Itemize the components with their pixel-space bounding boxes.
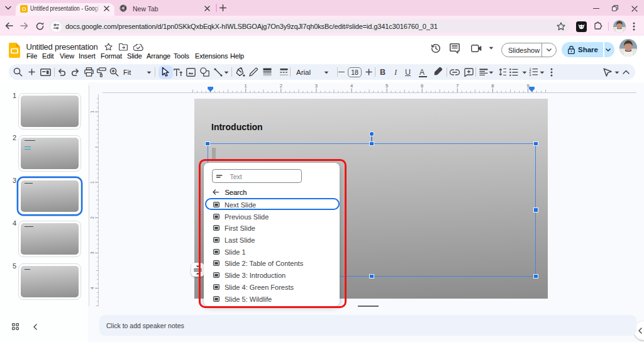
svg-text:4: 4	[350, 83, 353, 89]
svg-text:9: 9	[526, 83, 529, 89]
svg-text:3: 3	[91, 251, 95, 254]
svg-text:3: 3	[315, 83, 318, 89]
svg-text:8: 8	[491, 83, 494, 89]
svg-text:1: 1	[91, 111, 95, 113]
svg-text:2: 2	[280, 83, 282, 89]
svg-text:7: 7	[456, 83, 458, 89]
svg-text:5: 5	[386, 83, 388, 89]
svg-text:1: 1	[91, 181, 95, 184]
svg-text:2: 2	[91, 216, 95, 219]
svg-text:4: 4	[91, 287, 95, 289]
svg-text:6: 6	[421, 83, 423, 89]
svg-text:1: 1	[245, 83, 247, 89]
